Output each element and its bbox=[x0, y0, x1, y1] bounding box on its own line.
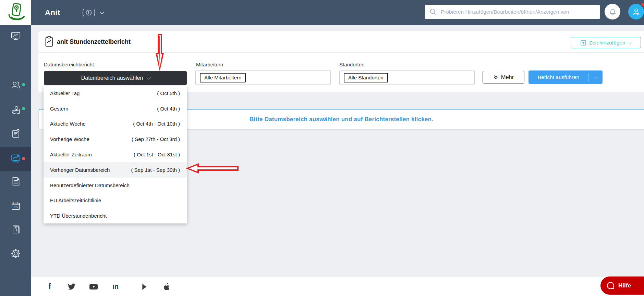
locations-input[interactable]: Alle Standorten bbox=[339, 70, 475, 85]
sidebar-item-documents[interactable] bbox=[0, 172, 31, 190]
double-chevron-down-icon bbox=[493, 75, 498, 80]
chevron-down-icon[interactable] bbox=[100, 10, 104, 14]
sidebar-item-notes[interactable] bbox=[0, 125, 31, 142]
page-title: anit Stundenzettelbericht bbox=[57, 38, 131, 46]
sidebar-item-reports[interactable] bbox=[0, 147, 31, 171]
plus-square-icon bbox=[581, 40, 586, 46]
team-status-dot bbox=[22, 83, 25, 86]
sidebar-item-settings[interactable] bbox=[0, 245, 31, 262]
dropdown-item[interactable]: EU Arbeitszeitrichtlinie bbox=[44, 193, 187, 208]
sidebar-item-dashboard[interactable] bbox=[0, 27, 31, 45]
annotation-arrow-down bbox=[155, 34, 165, 73]
chevron-down-icon bbox=[147, 76, 150, 79]
app-logo[interactable] bbox=[0, 0, 31, 25]
date-range-dropdown: Aktueller Tag ( Oct 5th ) Gestern ( Oct … bbox=[44, 86, 187, 223]
settings-icon bbox=[10, 248, 21, 259]
dropdown-item-range: ( Oct 5th ) bbox=[157, 90, 180, 96]
reports-icon bbox=[10, 153, 22, 165]
add-time-label: Zeit hinzufügen bbox=[589, 40, 625, 46]
employees-label: Mitarbeitern bbox=[196, 62, 223, 67]
locations-icon bbox=[10, 105, 21, 116]
facebook-icon[interactable]: f bbox=[45, 282, 54, 291]
svg-text:15: 15 bbox=[14, 205, 17, 209]
global-search[interactable] bbox=[425, 5, 600, 19]
run-report-button[interactable]: Bericht ausführen bbox=[528, 70, 603, 84]
bell-icon bbox=[608, 7, 617, 16]
search-icon bbox=[429, 8, 437, 16]
reports-status-dot bbox=[22, 157, 25, 160]
dropdown-item[interactable]: Aktueller Zeitraum ( Oct 1st - Oct 31st … bbox=[44, 147, 187, 162]
dropdown-item-label: Vorherige Woche bbox=[50, 136, 89, 142]
dropdown-item-label: Vorheriger Datumsbereich bbox=[50, 167, 110, 173]
chevron-down-icon bbox=[628, 40, 632, 44]
dropdown-item-range: ( Sep 27th - Oct 3rd ) bbox=[132, 136, 180, 142]
dropdown-item-label: Aktueller Zeitraum bbox=[50, 152, 92, 157]
run-report-caret[interactable] bbox=[589, 76, 603, 79]
dropdown-item[interactable]: YTD Überstundenbericht bbox=[44, 208, 187, 223]
dropdown-item-range: ( Oct 1st - Oct 31st ) bbox=[134, 152, 180, 157]
avatar-notification-dot bbox=[641, 2, 644, 7]
notes-icon bbox=[10, 128, 21, 139]
user-check-icon bbox=[631, 7, 641, 16]
currency-icon[interactable] bbox=[81, 8, 96, 18]
dropdown-item-range: ( Oct 4th - Oct 10th ) bbox=[133, 121, 180, 127]
apple-icon[interactable] bbox=[162, 283, 171, 291]
employees-chip[interactable]: Alle Mitarbeitern bbox=[200, 73, 246, 82]
dropdown-item[interactable]: Aktuelle Woche ( Oct 4th - Oct 10th ) bbox=[44, 116, 187, 132]
google-play-icon[interactable] bbox=[141, 283, 149, 291]
youtube-icon[interactable] bbox=[89, 283, 98, 290]
notifications-button[interactable] bbox=[605, 4, 620, 20]
employees-input[interactable]: Alle Mitarbeitern bbox=[195, 70, 331, 85]
dropdown-item[interactable]: Gestern ( Oct 4th ) bbox=[44, 101, 187, 116]
topbar: Anit bbox=[0, 0, 644, 25]
sidebar-item-team[interactable] bbox=[0, 76, 31, 94]
date-range-select[interactable]: Datumbereich auswählen bbox=[44, 71, 187, 85]
sidebar-item-calendar[interactable]: 15 bbox=[0, 197, 31, 215]
dashboard-icon bbox=[10, 31, 21, 42]
sidebar: 15 bbox=[0, 25, 31, 296]
dropdown-item-label: EU Arbeitszeitrichtlinie bbox=[50, 197, 101, 203]
run-report-label: Bericht ausführen bbox=[528, 74, 588, 80]
team-icon bbox=[10, 80, 21, 91]
calendar-icon: 15 bbox=[10, 201, 21, 211]
date-range-select-label: Datumbereich auswählen bbox=[81, 75, 143, 81]
locations-status-dot bbox=[22, 107, 25, 110]
dropdown-item[interactable]: Benutzerdefinierter Datumsbereich bbox=[44, 178, 187, 193]
report-card: anit Stundenzettelbericht Zeit hinzufüge… bbox=[38, 31, 644, 92]
dropdown-item[interactable]: Vorherige Woche ( Sep 27th - Oct 3rd ) bbox=[44, 131, 187, 147]
dropdown-item-label: Gestern bbox=[50, 106, 68, 112]
linkedin-icon[interactable]: in bbox=[111, 283, 120, 291]
info-banner-text: Bitte Datumsbereich auswählen und auf Be… bbox=[250, 116, 433, 123]
annotation-arrow-left bbox=[185, 163, 239, 176]
app-screen: Anit bbox=[0, 0, 644, 296]
app-title: Anit bbox=[45, 0, 60, 25]
report-clipboard-icon bbox=[45, 36, 53, 49]
help-label: Hilfe bbox=[618, 282, 631, 289]
search-input[interactable] bbox=[441, 9, 596, 15]
dropdown-item-label: Aktuelle Woche bbox=[50, 121, 86, 127]
add-time-button[interactable]: Zeit hinzufügen bbox=[571, 37, 641, 48]
logo-icon bbox=[6, 2, 26, 23]
dropdown-item-range: ( Sep 1st - Sep 30th ) bbox=[131, 167, 180, 173]
dropdown-item-range: ( Oct 4th ) bbox=[157, 106, 180, 112]
report-card-header: anit Stundenzettelbericht Zeit hinzufüge… bbox=[38, 31, 644, 53]
chat-icon bbox=[606, 281, 615, 290]
sidebar-item-handbook[interactable] bbox=[0, 220, 31, 238]
more-button[interactable]: Mehr bbox=[483, 71, 524, 83]
dropdown-item-label: Benutzerdefinierter Datumsbereich bbox=[50, 182, 130, 188]
dropdown-item-label: Aktueller Tag bbox=[50, 90, 80, 96]
twitter-icon[interactable] bbox=[67, 283, 76, 290]
handbook-icon bbox=[10, 224, 21, 235]
documents-icon bbox=[10, 176, 21, 187]
sidebar-item-locations[interactable] bbox=[0, 101, 31, 119]
locations-chip[interactable]: Alle Standorten bbox=[344, 73, 388, 82]
dropdown-item[interactable]: Vorheriger Datumsbereich ( Sep 1st - Sep… bbox=[44, 162, 187, 178]
footer: f in bbox=[31, 277, 644, 296]
date-range-label: Datumsbereichbericht: bbox=[44, 62, 95, 67]
dropdown-item-label: YTD Überstundenbericht bbox=[50, 213, 107, 219]
locations-label: Standorten bbox=[339, 62, 364, 67]
help-button[interactable]: Hilfe bbox=[600, 276, 644, 295]
more-label: Mehr bbox=[501, 74, 514, 80]
dropdown-item[interactable]: Aktueller Tag ( Oct 5th ) bbox=[44, 86, 187, 101]
